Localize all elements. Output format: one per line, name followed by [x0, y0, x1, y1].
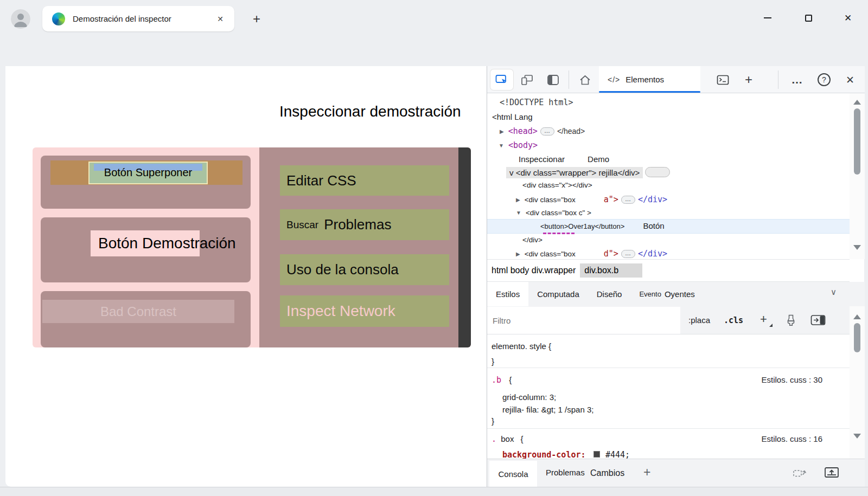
- toggle-classes[interactable]: .cls: [724, 315, 743, 325]
- dom-box-c-node[interactable]: ▼ <div class="box c" >: [516, 209, 591, 217]
- dom-breadcrumb: html body div.wrapper div.box.b: [487, 259, 850, 282]
- overlay-button-label: Botón Superponer: [90, 166, 207, 179]
- breadcrumb-selected[interactable]: div.box.b: [580, 263, 642, 278]
- tab-elements[interactable]: </> Elementos: [599, 66, 700, 93]
- dom-box-a-node[interactable]: ▶ <div class="box a"> ... </div>: [516, 195, 667, 205]
- console-usage-button[interactable]: Uso de la consola: [280, 254, 449, 285]
- property-grid-row[interactable]: rejilla- fila: &gt; 1 /span 3;: [502, 405, 593, 414]
- demo-button[interactable]: Botón Demostración: [91, 230, 200, 256]
- expander-icon[interactable]: ▼: [516, 210, 521, 216]
- scrollbar-thumb[interactable]: [854, 323, 860, 352]
- new-style-rule-button[interactable]: +: [760, 312, 767, 326]
- dom-head-node[interactable]: ▶ <head> ... </head>: [500, 126, 585, 137]
- drawer-tab-issues[interactable]: Problemas: [546, 468, 585, 477]
- find-issues-label-big: Problemas: [324, 216, 391, 233]
- expander-icon[interactable]: ▼: [499, 143, 504, 149]
- overlay-button-highlighted[interactable]: Botón Superponer: [88, 162, 208, 184]
- toggle-element-state[interactable]: :placa: [688, 315, 710, 325]
- color-swatch[interactable]: [593, 451, 600, 458]
- drawer-add-tab-button[interactable]: +: [643, 465, 650, 480]
- tab-event-listeners[interactable]: Evento Oyentes: [630, 282, 703, 306]
- dom-button-node-selected[interactable]: <button>Over1ay</button> Botón: [540, 221, 665, 230]
- scroll-down-arrow[interactable]: [853, 245, 861, 250]
- toolbar-divider: [569, 70, 569, 89]
- dom-x-node[interactable]: <div class="x"></div>: [522, 181, 592, 189]
- device-emulation-icon: [520, 74, 534, 86]
- find-issues-button[interactable]: Buscar Problemas: [280, 209, 449, 240]
- expander-icon[interactable]: ▶: [516, 197, 520, 203]
- stylesheet-link-box[interactable]: Estilos. cuss : 16: [761, 434, 822, 443]
- devtools-menu-button[interactable]: …: [786, 69, 808, 90]
- property-name: background-color:: [502, 450, 586, 459]
- expander-icon[interactable]: ▶: [500, 128, 504, 134]
- more-tabs-button[interactable]: +: [737, 69, 760, 90]
- window-close-button[interactable]: ✕: [839, 10, 857, 26]
- rule-b-close: }: [492, 416, 494, 426]
- styles-filter-input[interactable]: [487, 307, 680, 334]
- open-brace: {: [509, 375, 512, 384]
- window-minimize-button[interactable]: [758, 10, 777, 26]
- event-listeners-label-big: Oyentes: [665, 289, 695, 299]
- collapsed-ellipsis-badge[interactable]: ...: [540, 127, 554, 136]
- scroll-up-arrow[interactable]: [853, 100, 861, 105]
- window-maximize-button[interactable]: [799, 10, 818, 26]
- inline-style-rule[interactable]: elemento. style {: [492, 342, 551, 351]
- bad-contrast-button[interactable]: Bad Contrast: [42, 300, 234, 323]
- devtools-help-button[interactable]: ?: [813, 69, 835, 90]
- inspect-network-button[interactable]: Inspect Network: [280, 295, 449, 327]
- devtools-close-button[interactable]: ✕: [839, 69, 861, 90]
- dom-wrapper-node[interactable]: v <div class="wrapper"> rejilla</div>: [506, 165, 670, 178]
- dom-text-node[interactable]: Inspeccionar Demo: [519, 154, 609, 164]
- collapsed-ellipsis-badge[interactable]: ...: [621, 196, 635, 204]
- device-emulation-button[interactable]: [515, 69, 538, 90]
- dom-doctype[interactable]: <!DOCTYPE html>: [500, 98, 573, 107]
- console-panel-icon: [717, 75, 729, 85]
- tab-styles[interactable]: Estilos: [487, 282, 528, 306]
- drawer-expand-button[interactable]: [824, 466, 839, 481]
- property-grid-column[interactable]: grid-column: 3;: [502, 392, 556, 402]
- help-icon: ?: [818, 73, 831, 86]
- box-d-class: d">: [604, 249, 618, 259]
- scrollbar-thumb[interactable]: [854, 108, 860, 175]
- styles-scrollbar[interactable]: [850, 306, 865, 459]
- head-open-tag: <head>: [508, 126, 538, 136]
- chevron-down-icon[interactable]: ∨: [831, 287, 837, 297]
- rule-b-selector-line[interactable]: .b {: [492, 375, 512, 385]
- tab-computed[interactable]: Computada: [528, 282, 588, 306]
- drawer-tab-console[interactable]: Consola: [489, 461, 537, 487]
- browser-toolbar: ← https://microsoftedge.github.io/Demos/…: [0, 33, 868, 66]
- dom-box-d-node[interactable]: ▶ <div class="box d"> ... </div>: [516, 249, 667, 259]
- drawer-restore-button[interactable]: [793, 466, 808, 481]
- property-background-color[interactable]: background-color: #444;: [502, 450, 630, 459]
- welcome-home-button[interactable]: [573, 69, 596, 90]
- selector-b: .b: [492, 375, 501, 385]
- tab-layout[interactable]: Diseño: [588, 282, 631, 306]
- rule-box-selector-line[interactable]: . box {: [492, 434, 524, 444]
- dom-body-node[interactable]: ▼ <body>: [499, 140, 538, 150]
- panel-layout-button[interactable]: [541, 69, 564, 90]
- inspect-element-button[interactable]: [490, 69, 513, 90]
- profile-avatar[interactable]: [11, 9, 30, 29]
- new-tab-button[interactable]: +: [248, 11, 265, 27]
- console-panel-button[interactable]: [711, 69, 734, 90]
- rule-divider: [487, 368, 850, 368]
- home-icon: [579, 74, 591, 86]
- stylesheet-link-b[interactable]: Estilos. cuss : 30: [761, 375, 822, 384]
- expander-icon[interactable]: ▶: [516, 251, 520, 257]
- devtools-drawer: Consola Problemas Cambios +: [487, 459, 865, 487]
- text-node-part1: Inspeccionar: [519, 154, 565, 164]
- sidebar-toggle-button[interactable]: [810, 314, 826, 328]
- dom-html-node[interactable]: <html Lang: [492, 112, 533, 121]
- collapsed-ellipsis-badge[interactable]: ...: [621, 250, 635, 258]
- breadcrumb-path[interactable]: html body div.wrapper: [492, 266, 576, 275]
- grid-adorner-badge[interactable]: [645, 167, 670, 177]
- color-format-button[interactable]: [786, 314, 796, 329]
- scroll-up-arrow[interactable]: [853, 314, 861, 319]
- tab-close-icon[interactable]: ✕: [213, 11, 228, 27]
- dom-box-c-close[interactable]: </div>: [522, 236, 542, 244]
- dom-scrollbar[interactable]: [850, 93, 865, 259]
- drawer-tab-changes[interactable]: Cambios: [590, 468, 624, 478]
- edit-css-button[interactable]: Editar CSS: [280, 165, 449, 196]
- browser-tab[interactable]: Demostración del inspector ✕: [42, 6, 234, 31]
- scroll-down-arrow[interactable]: [853, 434, 861, 439]
